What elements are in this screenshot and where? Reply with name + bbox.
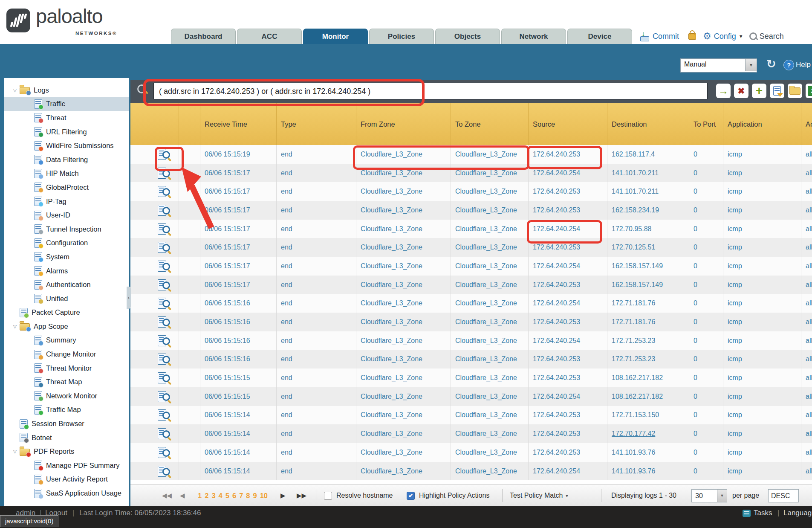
from-zone-cell[interactable]: Cloudflare_L3_Zone bbox=[356, 201, 451, 220]
source-cell[interactable]: 172.64.240.253 bbox=[529, 350, 607, 369]
to-port-cell[interactable]: 0 bbox=[689, 443, 723, 462]
sidebar-item-threat-map[interactable]: Threat Map bbox=[4, 375, 129, 389]
to-zone-cell[interactable]: Cloudflare_L3_Zone bbox=[451, 350, 529, 369]
clear-filter-icon[interactable]: ✖ bbox=[734, 84, 748, 98]
from-zone-cell[interactable]: Cloudflare_L3_Zone bbox=[356, 350, 451, 369]
to-port-cell[interactable]: 0 bbox=[689, 145, 723, 164]
source-cell[interactable]: 172.64.240.253 bbox=[529, 368, 607, 387]
help-icon[interactable]: ? bbox=[783, 60, 794, 70]
application-cell[interactable]: icmp bbox=[723, 387, 801, 406]
tasks-button[interactable]: Tasks bbox=[754, 509, 772, 517]
to-port-cell[interactable]: 0 bbox=[689, 201, 723, 220]
log-detail-icon[interactable] bbox=[158, 447, 170, 458]
export-icon[interactable]: X bbox=[806, 84, 812, 98]
receive-time-cell[interactable]: 06/06 15:15:19 bbox=[200, 145, 277, 164]
log-detail-icon[interactable] bbox=[158, 335, 170, 347]
to-port-cell[interactable]: 0 bbox=[689, 406, 723, 425]
log-row[interactable]: 06/06 15:15:14endCloudflare_L3_ZoneCloud… bbox=[130, 462, 812, 481]
from-zone-cell[interactable]: Cloudflare_L3_Zone bbox=[356, 424, 451, 443]
test-policy-match-button[interactable]: Test Policy Match ▼ bbox=[510, 485, 569, 506]
destination-cell[interactable]: 162.158.157.149 bbox=[607, 257, 689, 276]
filter-builder-icon[interactable] bbox=[770, 84, 784, 98]
application-cell[interactable]: icmp bbox=[723, 220, 801, 238]
language-button[interactable]: Language bbox=[783, 509, 812, 517]
tab-network[interactable]: Network bbox=[501, 29, 566, 44]
sidebar-item-data-filtering[interactable]: Data Filtering bbox=[4, 153, 129, 167]
application-cell[interactable]: icmp bbox=[723, 276, 801, 294]
from-zone-cell[interactable]: Cloudflare_L3_Zone bbox=[356, 462, 451, 481]
application-cell[interactable]: icmp bbox=[723, 331, 801, 350]
highlight-policy-actions-checkbox[interactable]: ✔ bbox=[407, 492, 415, 500]
application-cell[interactable]: icmp bbox=[723, 238, 801, 257]
expand-triangle-icon[interactable]: ▽ bbox=[10, 324, 20, 329]
refresh-mode-select[interactable]: Manual ▼ bbox=[680, 58, 757, 73]
log-row[interactable]: 06/06 15:15:17endCloudflare_L3_ZoneCloud… bbox=[130, 257, 812, 276]
type-cell[interactable]: end bbox=[277, 462, 356, 481]
destination-cell[interactable]: 162.158.157.149 bbox=[607, 276, 689, 294]
sidebar-item-ip-tag[interactable]: IP-Tag bbox=[4, 194, 129, 209]
search-button[interactable]: Search bbox=[760, 32, 784, 41]
action-cell[interactable]: allow bbox=[801, 164, 812, 183]
per-page-select[interactable]: 30▼ bbox=[691, 485, 727, 506]
sidebar-item-unified[interactable]: Unified bbox=[4, 292, 129, 306]
application-cell[interactable]: icmp bbox=[723, 443, 801, 462]
to-zone-cell[interactable]: Cloudflare_L3_Zone bbox=[451, 257, 529, 276]
to-zone-cell[interactable]: Cloudflare_L3_Zone bbox=[451, 294, 529, 313]
to-zone-cell[interactable]: Cloudflare_L3_Zone bbox=[451, 331, 529, 350]
receive-time-cell[interactable]: 06/06 15:15:16 bbox=[200, 331, 277, 350]
to-port-cell[interactable]: 0 bbox=[689, 331, 723, 350]
type-cell[interactable]: end bbox=[277, 164, 356, 183]
to-port-cell[interactable]: 0 bbox=[689, 387, 723, 406]
destination-cell[interactable]: 141.101.70.211 bbox=[607, 164, 689, 183]
destination-cell[interactable]: 162.158.117.4 bbox=[607, 145, 689, 164]
sidebar-item-packet-capture[interactable]: Packet Capture bbox=[4, 306, 129, 320]
log-detail-icon[interactable] bbox=[158, 409, 170, 421]
application-cell[interactable]: icmp bbox=[723, 257, 801, 276]
to-port-cell[interactable]: 0 bbox=[689, 313, 723, 331]
expand-triangle-icon[interactable]: ▽ bbox=[10, 449, 20, 454]
sidebar-item-traffic[interactable]: Traffic bbox=[4, 97, 129, 111]
source-cell[interactable]: 172.64.240.253 bbox=[529, 424, 607, 443]
receive-time-cell[interactable]: 06/06 15:15:16 bbox=[200, 313, 277, 331]
type-cell[interactable]: end bbox=[277, 406, 356, 425]
to-zone-cell[interactable]: Cloudflare_L3_Zone bbox=[451, 368, 529, 387]
application-cell[interactable]: icmp bbox=[723, 462, 801, 481]
action-cell[interactable]: allow bbox=[801, 201, 812, 220]
sidebar-item-summary[interactable]: Summary bbox=[4, 334, 129, 348]
destination-cell[interactable]: 108.162.217.182 bbox=[607, 368, 689, 387]
type-cell[interactable]: end bbox=[277, 368, 356, 387]
type-cell[interactable]: end bbox=[277, 424, 356, 443]
page-link-10[interactable]: 10 bbox=[260, 492, 268, 500]
sidebar-item-network-monitor[interactable]: Network Monitor bbox=[4, 389, 129, 403]
from-zone-cell[interactable]: Cloudflare_L3_Zone bbox=[356, 406, 451, 425]
sidebar-item-manage-pdf-summary[interactable]: Manage PDF Summary bbox=[4, 458, 129, 473]
sidebar-item-pdf-reports[interactable]: ▽PDF Reports bbox=[4, 444, 129, 458]
receive-time-cell[interactable]: 06/06 15:15:14 bbox=[200, 443, 277, 462]
from-zone-cell[interactable]: Cloudflare_L3_Zone bbox=[356, 220, 451, 238]
to-port-cell[interactable]: 0 bbox=[689, 238, 723, 257]
destination-cell[interactable]: 141.101.93.76 bbox=[607, 443, 689, 462]
to-port-cell[interactable]: 0 bbox=[689, 294, 723, 313]
log-row[interactable]: 06/06 15:15:14endCloudflare_L3_ZoneCloud… bbox=[130, 406, 812, 425]
apply-filter-icon[interactable]: → bbox=[716, 84, 731, 98]
to-zone-cell[interactable]: Cloudflare_L3_Zone bbox=[451, 406, 529, 425]
to-port-cell[interactable]: 0 bbox=[689, 350, 723, 369]
add-filter-icon[interactable]: + bbox=[752, 84, 766, 98]
receive-time-cell[interactable]: 06/06 15:15:17 bbox=[200, 257, 277, 276]
log-detail-icon[interactable] bbox=[158, 372, 170, 384]
sidebar-item-url-filtering[interactable]: URL Filtering bbox=[4, 125, 129, 139]
receive-time-cell[interactable]: 06/06 15:15:16 bbox=[200, 350, 277, 369]
last-page-button[interactable]: ▶▶ bbox=[297, 485, 306, 506]
to-port-cell[interactable]: 0 bbox=[689, 164, 723, 183]
source-cell[interactable]: 172.64.240.253 bbox=[529, 276, 607, 294]
sidebar-collapse-handle[interactable]: ‹ bbox=[127, 287, 131, 309]
to-zone-cell[interactable]: Cloudflare_L3_Zone bbox=[451, 145, 529, 164]
first-page-button[interactable]: ◀◀ bbox=[162, 485, 172, 506]
source-cell[interactable]: 172.64.240.253 bbox=[529, 238, 607, 257]
sidebar-item-saas-application-usage[interactable]: SaaS Application Usage bbox=[4, 486, 129, 500]
from-zone-cell[interactable]: Cloudflare_L3_Zone bbox=[356, 313, 451, 331]
action-cell[interactable]: allow bbox=[801, 238, 812, 257]
destination-cell[interactable]: 172.70.177.42 bbox=[607, 424, 689, 443]
to-zone-cell[interactable]: Cloudflare_L3_Zone bbox=[451, 182, 529, 201]
to-port-cell[interactable]: 0 bbox=[689, 462, 723, 481]
